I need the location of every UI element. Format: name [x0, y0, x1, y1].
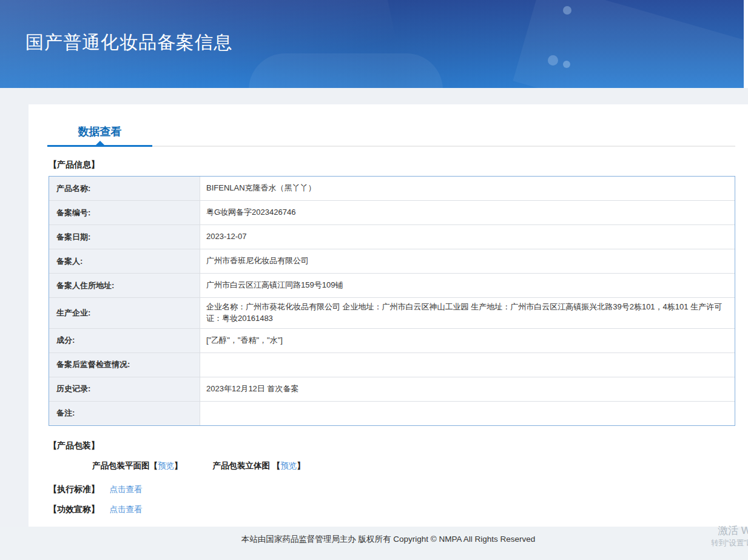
row-label: 生产企业:: [49, 298, 200, 328]
row-label: 成分:: [49, 329, 200, 353]
packaging-preview-link[interactable]: 预览: [158, 461, 174, 470]
row-label: 备注:: [49, 402, 200, 425]
tab-active-underline: [47, 145, 152, 147]
table-row: 备案日期:2023-12-07: [49, 224, 735, 249]
banner-deco-dot: [563, 6, 571, 15]
efficacy-row: 【功效宣称】 点击查看: [49, 504, 735, 515]
footer: 本站由国家药品监督管理局主办 版权所有 Copyright © NMPA All…: [0, 527, 748, 560]
tab-data-view-label: 数据查看: [78, 126, 122, 138]
row-label: 产品名称:: [49, 177, 200, 200]
packaging-item-bracket: 】: [174, 461, 183, 470]
standard-heading: 【执行标准】: [49, 484, 99, 494]
row-value: 粤G妆网备字2023426746: [200, 201, 735, 224]
standard-row: 【执行标准】 点击查看: [49, 484, 735, 495]
table-row: 备案人住所地址:广州市白云区江高镇江同路159号109铺: [49, 273, 735, 297]
row-value: 企业名称：广州市葵花化妆品有限公司 企业地址：广州市白云区神山工业园 生产地址：…: [200, 298, 735, 328]
packaging-item-bracket: 】: [297, 461, 305, 470]
packaging-preview-item: 产品包装立体图 【预览】: [213, 461, 305, 470]
page-title: 国产普通化妆品备案信息: [25, 30, 232, 55]
tab-active-caret-icon: [96, 141, 104, 145]
table-row: 备案编号:粤G妆网备字2023426746: [49, 200, 735, 224]
table-row: 生产企业:企业名称：广州市葵花化妆品有限公司 企业地址：广州市白云区神山工业园 …: [49, 297, 735, 328]
table-row: 备注:: [49, 401, 735, 425]
table-row: 产品名称:BIFENLAN克隆香水（黑丫丫）: [49, 177, 735, 200]
packaging-preview-link[interactable]: 预览: [280, 461, 297, 470]
tab-bar: 数据查看: [47, 104, 735, 147]
table-row: 历史记录:2023年12月12日 首次备案: [49, 377, 735, 401]
standard-view-link[interactable]: 点击查看: [109, 485, 142, 494]
banner-deco-dot: [563, 61, 570, 68]
row-value: ["乙醇"，"香精"，"水"]: [200, 329, 735, 353]
row-value: 广州市白云区江高镇江同路159号109铺: [200, 274, 735, 297]
gray-band: [0, 88, 748, 104]
row-label: 备案人住所地址:: [49, 274, 200, 297]
row-value: [200, 402, 735, 425]
main-card: 数据查看 【产品信息】 产品名称:BIFENLAN克隆香水（黑丫丫）备案编号:粤…: [29, 104, 748, 527]
page: 国产普通化妆品备案信息 数据查看 【产品信息】 产品名称:BIFENLAN克隆香…: [0, 0, 748, 560]
windows-activation-watermark-line2: 转到“设置”以激活 Windows。: [711, 538, 748, 548]
footer-copyright: 本站由国家药品监督管理局主办 版权所有 Copyright © NMPA All…: [241, 535, 536, 544]
row-label: 备案人:: [49, 249, 200, 273]
efficacy-heading: 【功效宣称】: [49, 504, 99, 514]
banner: 国产普通化妆品备案信息: [0, 0, 744, 88]
tab-data-view[interactable]: 数据查看: [47, 104, 152, 146]
banner-deco-polygon: [513, 0, 744, 88]
row-value: [200, 353, 735, 377]
packaging-preview-row: 产品包装平面图【预览】产品包装立体图 【预览】: [92, 460, 735, 471]
packaging-heading: 【产品包装】: [49, 440, 735, 451]
row-label: 备案日期:: [49, 225, 200, 249]
product-info-heading: 【产品信息】: [49, 160, 735, 170]
table-row: 备案后监督检查情况:: [49, 353, 735, 377]
packaging-item-label: 产品包装平面图【: [92, 461, 158, 470]
efficacy-view-link[interactable]: 点击查看: [109, 505, 142, 514]
row-label: 备案后监督检查情况:: [49, 353, 200, 377]
windows-activation-watermark-line1: 激活 Windows: [718, 524, 748, 538]
table-row: 成分:["乙醇"，"香精"，"水"]: [49, 328, 735, 353]
row-value: 广州市香班尼化妆品有限公司: [200, 249, 735, 273]
product-info-table: 产品名称:BIFENLAN克隆香水（黑丫丫）备案编号:粤G妆网备字2023426…: [49, 176, 735, 426]
row-label: 历史记录:: [49, 377, 200, 401]
row-label: 备案编号:: [49, 201, 200, 224]
banner-deco-blob: [249, 53, 443, 88]
banner-deco-dot: [548, 55, 558, 66]
row-value: BIFENLAN克隆香水（黑丫丫）: [200, 177, 735, 200]
row-value: 2023年12月12日 首次备案: [200, 377, 735, 401]
packaging-item-label: 产品包装立体图 【: [213, 461, 281, 470]
row-value: 2023-12-07: [200, 225, 735, 249]
table-row: 备案人:广州市香班尼化妆品有限公司: [49, 249, 735, 273]
packaging-preview-item: 产品包装平面图【预览】: [92, 461, 183, 470]
